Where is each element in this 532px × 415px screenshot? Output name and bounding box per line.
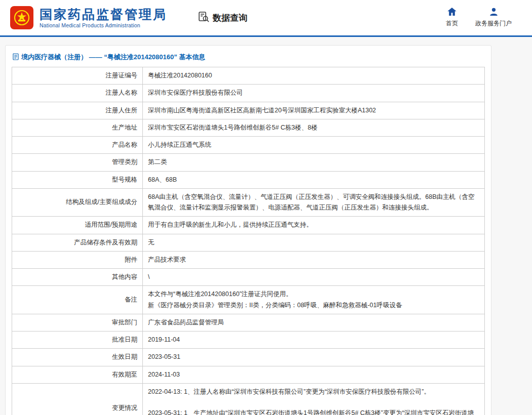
row-value: 产品技术要求 <box>143 251 485 268</box>
data-query-icon <box>198 11 210 25</box>
table-row: 型号规格68A、68B <box>12 171 485 188</box>
table-row: 备注本文件与“粤械注准20142080160”注册证共同使用。 新《医疗器械分类… <box>12 286 485 314</box>
row-label: 变更情况 <box>12 383 143 415</box>
row-value: 2019-11-04 <box>143 331 485 349</box>
table-row: 注册证编号粤械注准20142080160 <box>12 67 485 85</box>
row-label: 批准日期 <box>12 331 143 349</box>
nmpa-logo-icon <box>10 6 33 29</box>
row-label: 审批部门 <box>12 314 143 331</box>
row-label: 备注 <box>12 286 143 314</box>
row-value: \ <box>143 269 485 286</box>
data-query-label: 数据查询 <box>213 12 247 24</box>
row-label: 注册人住所 <box>12 102 143 119</box>
table-row: 生效日期2023-05-31 <box>12 349 485 366</box>
row-label: 注册证编号 <box>12 67 143 85</box>
row-label: 产品名称 <box>12 137 143 154</box>
table-row: 注册人住所深圳市南山区粤海街道高新区社区高新南七道20号深圳国家工程实验室大楼A… <box>12 102 485 119</box>
table-row: 产品名称小儿持续正压通气系统 <box>12 137 485 154</box>
row-value: 小儿持续正压通气系统 <box>143 137 485 154</box>
row-value: 无 <box>143 234 485 251</box>
site-header: 国家药品监督管理局 National Medical Products Admi… <box>0 0 532 35</box>
home-icon <box>447 8 457 18</box>
row-value: 68A由主机（含空氧混合仪、流量计）、气道正压阀（正压发生器）、可调安全阀和连接… <box>143 188 485 217</box>
table-row: 附件产品技术要求 <box>12 251 485 268</box>
row-value: 本文件与“粤械注准20142080160”注册证共同使用。 新《医疗器械分类目录… <box>143 286 485 314</box>
nav-home-label: 首页 <box>446 19 458 28</box>
user-icon <box>489 8 498 18</box>
row-value: 2023-05-31 <box>143 349 485 366</box>
nav-portal-label: 政务服务门户 <box>475 19 512 28</box>
row-value: 粤械注准20142080160 <box>143 67 485 85</box>
row-label: 型号规格 <box>12 171 143 188</box>
row-label: 附件 <box>12 251 143 268</box>
table-row: 适用范围/预期用途用于有自主呼吸的新生儿和小儿，提供持续正压通气支持。 <box>12 217 485 234</box>
main-area: 境内医疗器械（注册） —— “粤械注准20142080160” 基本信息 注册证… <box>0 37 532 415</box>
table-row: 变更情况2022-04-13: 1、注册人名称由“深圳市安保科技有限公司”变更为… <box>12 383 485 415</box>
table-row: 生产地址深圳市宝安区石岩街道塘头1号路创维创新谷5# C栋3楼、8楼 <box>12 119 485 136</box>
row-value: 深圳市宝安区石岩街道塘头1号路创维创新谷5# C栋3楼、8楼 <box>143 119 485 136</box>
row-value: 2022-04-13: 1、注册人名称由“深圳市安保科技有限公司”变更为“深圳市… <box>143 383 485 415</box>
row-label: 管理类别 <box>12 154 143 171</box>
info-table-body: 注册证编号粤械注准20142080160注册人名称深圳市安保医疗科技股份有限公司… <box>12 67 485 415</box>
data-query-nav[interactable]: 数据查询 <box>198 11 247 25</box>
row-label: 产品储存条件及有效期 <box>12 234 143 251</box>
table-row: 产品储存条件及有效期无 <box>12 234 485 251</box>
row-label: 生产地址 <box>12 119 143 136</box>
org-names: 国家药品监督管理局 National Medical Products Admi… <box>40 7 167 29</box>
info-table: 注册证编号粤械注准20142080160注册人名称深圳市安保医疗科技股份有限公司… <box>12 67 485 415</box>
row-value: 广东省食品药品监督管理局 <box>143 314 485 331</box>
table-row: 结构及组成/主要组成成分68A由主机（含空氧混合仪、流量计）、气道正压阀（正压发… <box>12 188 485 217</box>
row-label: 注册人名称 <box>12 85 143 102</box>
row-value: 深圳市安保医疗科技股份有限公司 <box>143 85 485 102</box>
table-row: 注册人名称深圳市安保医疗科技股份有限公司 <box>12 85 485 102</box>
nav-portal[interactable]: 政务服务门户 <box>475 8 512 28</box>
org-name-cn: 国家药品监督管理局 <box>40 7 167 22</box>
row-value: 2024-11-03 <box>143 366 485 383</box>
page-title: 境内医疗器械（注册） —— “粤械注准20142080160” 基本信息 <box>12 51 485 67</box>
org-name-en: National Medical Products Administration <box>40 22 167 28</box>
table-row: 管理类别第二类 <box>12 154 485 171</box>
row-label: 结构及组成/主要组成成分 <box>12 188 143 217</box>
row-label: 生效日期 <box>12 349 143 366</box>
info-panel: 境内医疗器械（注册） —— “粤械注准20142080160” 基本信息 注册证… <box>5 45 491 415</box>
table-row: 有效期至2024-11-03 <box>12 366 485 383</box>
nav-home[interactable]: 首页 <box>446 8 458 28</box>
row-label: 其他内容 <box>12 269 143 286</box>
row-value: 用于有自主呼吸的新生儿和小儿，提供持续正压通气支持。 <box>143 217 485 234</box>
page-title-text: 境内医疗器械（注册） —— “粤械注准20142080160” 基本信息 <box>21 53 205 62</box>
table-row: 其他内容\ <box>12 269 485 286</box>
document-icon <box>13 53 19 62</box>
row-label: 适用范围/预期用途 <box>12 217 143 234</box>
table-row: 审批部门广东省食品药品监督管理局 <box>12 314 485 331</box>
row-label: 有效期至 <box>12 366 143 383</box>
row-value: 第二类 <box>143 154 485 171</box>
row-value: 68A、68B <box>143 171 485 188</box>
table-row: 批准日期2019-11-04 <box>12 331 485 349</box>
row-value: 深圳市南山区粤海街道高新区社区高新南七道20号深圳国家工程实验室大楼A1302 <box>143 102 485 119</box>
